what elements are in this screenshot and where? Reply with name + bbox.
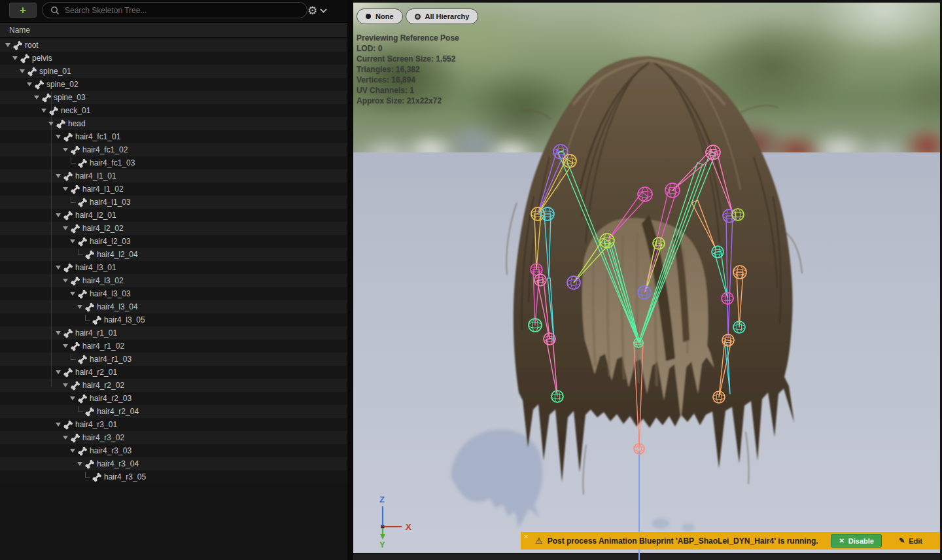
- tree-connector-line: [51, 92, 52, 387]
- expander-arrow[interactable]: [5, 39, 12, 52]
- expander-arrow[interactable]: [41, 104, 48, 117]
- expander-arrow[interactable]: [56, 209, 63, 222]
- tree-row-pelvis[interactable]: pelvis: [0, 52, 347, 65]
- close-icon[interactable]: ×: [524, 533, 528, 540]
- tree-row-hair4_r3_02[interactable]: hair4_r3_02: [0, 431, 347, 444]
- y-axis-label: Y: [379, 540, 385, 550]
- bone-label: hair4_r1_01: [75, 328, 117, 338]
- expander-arrow[interactable]: [63, 143, 70, 156]
- tree-row-hair4_r1_03[interactable]: hair4_r1_03: [0, 353, 347, 366]
- expander-arrow[interactable]: [70, 235, 77, 248]
- bone-icon: [70, 145, 81, 155]
- tree-row-hair4_l1_03[interactable]: hair4_l1_03: [0, 196, 347, 209]
- tree-row-hair4_l3_01[interactable]: hair4_l3_01: [0, 261, 347, 274]
- tree-row-spine_01[interactable]: spine_01: [0, 65, 347, 78]
- tree-row-neck_01[interactable]: neck_01: [0, 104, 347, 117]
- bone-icon: [12, 40, 24, 50]
- tree-row-hair4_l2_02[interactable]: hair4_l2_02: [0, 222, 347, 235]
- tree-row-hair4_l2_04[interactable]: hair4_l2_04: [0, 248, 347, 261]
- leaf-connector: [84, 313, 92, 326]
- expander-arrow[interactable]: [56, 326, 63, 340]
- bone-icon: [70, 432, 81, 443]
- expander-arrow[interactable]: [34, 91, 41, 104]
- tree-row-hair4_r1_02[interactable]: hair4_r1_02: [0, 340, 347, 353]
- tree-row-hair4_fc1_01[interactable]: hair4_fc1_01: [0, 130, 347, 143]
- tree-settings-button[interactable]: ⚙: [307, 3, 339, 18]
- tree-column-header: Name: [0, 22, 347, 38]
- search-input[interactable]: [65, 6, 287, 15]
- tree-row-hair4_l3_05[interactable]: hair4_l3_05: [0, 313, 347, 326]
- tree-row-hair4_r3_03[interactable]: hair4_r3_03: [0, 444, 347, 457]
- tree-row-hair4_r3_05[interactable]: hair4_r3_05: [0, 470, 347, 483]
- 3d-viewport[interactable]: None All Hierarchy Previewing Reference …: [353, 0, 942, 560]
- bone-icon: [84, 249, 96, 260]
- tree-row-hair4_l1_02[interactable]: hair4_l1_02: [0, 183, 347, 196]
- tree-row-head[interactable]: head: [0, 117, 347, 130]
- tree-row-root[interactable]: root: [0, 39, 347, 52]
- disable-button[interactable]: ✕ Disable: [831, 534, 882, 548]
- tree-row-spine_02[interactable]: spine_02: [0, 78, 347, 91]
- bone-icon: [70, 184, 81, 194]
- bone-icon: [63, 328, 74, 338]
- tree-row-hair4_r3_01[interactable]: hair4_r3_01: [0, 418, 347, 431]
- tree-row-hair4_l2_03[interactable]: hair4_l2_03: [0, 235, 347, 248]
- expander-arrow[interactable]: [77, 300, 84, 313]
- skeleton-tree: rootpelvisspine_01spine_02spine_03neck_0…: [0, 39, 347, 483]
- bone-label: hair4_l3_02: [82, 276, 124, 285]
- tree-row-hair4_l3_03[interactable]: hair4_l3_03: [0, 287, 347, 300]
- add-bone-button[interactable]: +: [9, 3, 37, 18]
- skeleton-tree-toolbar: + ⚙: [0, 0, 347, 22]
- expander-arrow[interactable]: [70, 444, 77, 457]
- tree-row-hair4_r1_01[interactable]: hair4_r1_01: [0, 326, 347, 340]
- expander-arrow[interactable]: [56, 366, 63, 379]
- expander-arrow[interactable]: [56, 130, 63, 143]
- expander-arrow[interactable]: [56, 169, 63, 183]
- preview-stats: Previewing Reference PoseLOD: 0Current S…: [357, 33, 459, 106]
- bone-icon: [63, 131, 74, 142]
- expander-arrow[interactable]: [56, 261, 63, 274]
- leaf-connector: [70, 196, 77, 209]
- tree-row-hair4_fc1_02[interactable]: hair4_fc1_02: [0, 143, 347, 156]
- tree-row-hair4_r2_03[interactable]: hair4_r2_03: [0, 392, 347, 405]
- axis-gizmo: Z X Y: [366, 492, 425, 551]
- tree-row-spine_03[interactable]: spine_03: [0, 91, 347, 104]
- expander-arrow[interactable]: [12, 52, 20, 65]
- expander-arrow[interactable]: [63, 340, 70, 353]
- search-box[interactable]: [42, 2, 307, 18]
- tree-row-hair4_r2_04[interactable]: hair4_r2_04: [0, 405, 347, 418]
- expander-arrow[interactable]: [63, 183, 70, 196]
- tree-row-hair4_r3_04[interactable]: hair4_r3_04: [0, 457, 347, 470]
- edit-button[interactable]: ✎ Edit: [899, 536, 922, 545]
- expander-arrow[interactable]: [56, 418, 63, 431]
- tree-row-hair4_l3_04[interactable]: hair4_l3_04: [0, 300, 347, 313]
- tree-row-hair4_l3_02[interactable]: hair4_l3_02: [0, 274, 347, 287]
- expander-arrow[interactable]: [70, 287, 77, 300]
- viewport-top-edge: [353, 0, 942, 3]
- tree-row-hair4_l2_01[interactable]: hair4_l2_01: [0, 209, 347, 222]
- bone-icon: [70, 275, 81, 286]
- bone-label: hair4_l3_04: [97, 302, 138, 311]
- bone-label: hair4_l2_03: [90, 237, 131, 246]
- tree-row-hair4_r2_02[interactable]: hair4_r2_02: [0, 379, 347, 392]
- warning-icon: ⚠: [535, 536, 543, 546]
- tree-row-hair4_fc1_03[interactable]: hair4_fc1_03: [0, 156, 347, 169]
- expander-arrow[interactable]: [63, 431, 70, 444]
- chevron-down-icon: [320, 9, 327, 13]
- leaf-connector: [77, 248, 84, 261]
- expander-arrow[interactable]: [77, 457, 84, 470]
- stat-line: Triangles: 16,382: [357, 64, 459, 75]
- expander-arrow[interactable]: [63, 379, 70, 392]
- bone-icon: [70, 223, 81, 234]
- expander-arrow[interactable]: [63, 274, 70, 287]
- tree-row-hair4_r2_01[interactable]: hair4_r2_01: [0, 366, 347, 379]
- expander-arrow[interactable]: [27, 78, 34, 91]
- bone-draw-all-hierarchy-button[interactable]: All Hierarchy: [406, 9, 479, 24]
- expander-arrow[interactable]: [63, 222, 70, 235]
- expander-arrow[interactable]: [70, 392, 77, 405]
- tree-row-hair4_l1_01[interactable]: hair4_l1_01: [0, 169, 347, 183]
- panel-divider[interactable]: [347, 0, 353, 560]
- expander-arrow[interactable]: [20, 65, 27, 78]
- expander-arrow[interactable]: [48, 117, 56, 130]
- bone-label: hair4_l1_01: [75, 171, 116, 181]
- bone-draw-none-button[interactable]: None: [357, 9, 403, 24]
